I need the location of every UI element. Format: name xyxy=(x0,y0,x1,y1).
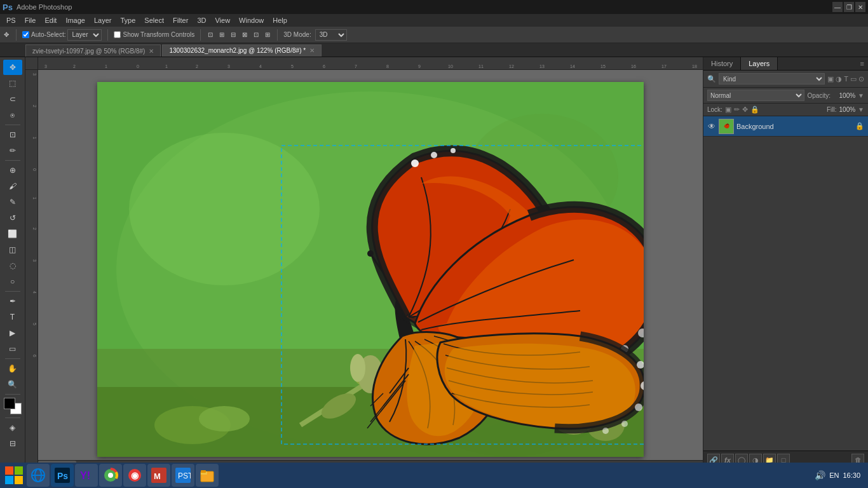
svg-point-22 xyxy=(411,159,419,167)
close-button[interactable]: ✕ xyxy=(855,2,865,12)
menu-item-3d[interactable]: 3D xyxy=(193,16,210,25)
lock-position-icon[interactable]: ✥ xyxy=(742,105,748,114)
canvas-image xyxy=(97,82,644,457)
tab-file1-close[interactable]: ✕ xyxy=(149,48,154,55)
history-brush-btn[interactable]: ↺ xyxy=(3,210,22,226)
brush-tool-btn[interactable]: 🖌 xyxy=(3,179,22,194)
opacity-dropdown-arrow[interactable]: ▼ xyxy=(858,92,864,99)
app7-taskbar-btn[interactable]: PST xyxy=(172,464,194,487)
app5-taskbar-btn[interactable]: ◉ xyxy=(123,464,146,487)
filter-text-icon[interactable]: T xyxy=(844,75,848,83)
ie-taskbar-btn[interactable] xyxy=(27,464,50,487)
move-tool-icon[interactable]: ✥ xyxy=(3,30,10,39)
menu-item-edit[interactable]: Edit xyxy=(41,16,60,25)
pen-tool-btn[interactable]: ✒ xyxy=(3,294,22,309)
lock-all-icon[interactable]: 🔒 xyxy=(750,105,759,114)
menu-item-image[interactable]: Image xyxy=(62,16,89,25)
eraser-tool-btn[interactable]: ⬜ xyxy=(3,226,22,241)
panel-tabs: History Layers ≡ xyxy=(703,57,868,71)
color-swatches[interactable] xyxy=(4,398,22,414)
blend-mode-row: Normal Dissolve Multiply Screen Overlay … xyxy=(703,88,868,104)
filter-kind-dropdown[interactable]: Kind Name Effect Mode Attribute Color xyxy=(719,73,825,85)
fill-dropdown-arrow[interactable]: ▼ xyxy=(858,106,864,113)
foreground-color[interactable] xyxy=(4,398,15,409)
svg-text:◉: ◉ xyxy=(131,470,139,480)
shape-tool-btn[interactable]: ▭ xyxy=(3,341,22,356)
svg-text:M: M xyxy=(154,471,161,481)
blur-tool-btn[interactable]: ◌ xyxy=(3,258,22,273)
tab-file2-close[interactable]: ✕ xyxy=(309,47,315,54)
auto-select-dropdown[interactable]: Layer Group xyxy=(67,29,102,41)
filter-smart-icon[interactable]: ⊙ xyxy=(858,75,864,83)
explorer-taskbar-btn[interactable] xyxy=(196,464,219,487)
menu-item-view[interactable]: View xyxy=(211,16,234,25)
zoom-tool-btn[interactable]: 🔍 xyxy=(3,377,22,392)
blend-mode-dropdown[interactable]: Normal Dissolve Multiply Screen Overlay xyxy=(707,90,804,101)
path-select-btn[interactable]: ▶ xyxy=(3,325,22,341)
type-tool-btn[interactable]: T xyxy=(3,309,22,325)
eyedropper-tool-btn[interactable]: ✏ xyxy=(3,143,22,158)
screen-mode-btn[interactable]: ⊟ xyxy=(3,436,22,451)
right-panel: History Layers ≡ 🔍 Kind Name Effect Mode… xyxy=(703,57,868,469)
crop-tool-btn[interactable]: ⊡ xyxy=(3,127,22,142)
auto-select-checkbox[interactable] xyxy=(22,31,29,38)
filter-shape-icon[interactable]: ▭ xyxy=(850,75,857,83)
menu-item-ps[interactable]: PS xyxy=(3,16,20,25)
menubar: PSFileEditImageLayerTypeSelectFilter3DVi… xyxy=(0,14,868,27)
3d-mode-dropdown[interactable]: 3D xyxy=(315,29,347,41)
menu-item-filter[interactable]: Filter xyxy=(169,16,192,25)
volume-icon[interactable]: 🔊 xyxy=(815,470,825,480)
align-left-icon[interactable]: ⊡ xyxy=(207,30,214,39)
menu-item-file[interactable]: File xyxy=(21,16,40,25)
tab-file1[interactable]: zvie-tsvetyi-10997.jpg @ 50% (RGB/8#) ✕ xyxy=(25,44,161,57)
layers-search-bar: 🔍 Kind Name Effect Mode Attribute Color … xyxy=(703,71,868,88)
canvas-area: 3 2 1 0 1 2 3 4 5 6 7 8 9 10 11 12 13 14… xyxy=(25,57,703,469)
titlebar-title: Ps Adobe Photoshop xyxy=(3,3,72,12)
svg-point-13 xyxy=(199,406,250,431)
align-bottom-icon[interactable]: ⊞ xyxy=(264,30,271,39)
menu-item-help[interactable]: Help xyxy=(269,16,291,25)
clone-tool-btn[interactable]: ✎ xyxy=(3,194,22,210)
lock-row: Lock: ▣ ✏ ✥ 🔒 Fill: 100% ▼ xyxy=(703,104,868,116)
menu-item-window[interactable]: Window xyxy=(235,16,268,25)
dodge-tool-btn[interactable]: ○ xyxy=(3,274,22,289)
gradient-tool-btn[interactable]: ◫ xyxy=(3,242,22,257)
align-center-v-icon[interactable]: ⊡ xyxy=(252,30,260,39)
lasso-tool-btn[interactable]: ⊂ xyxy=(3,92,22,107)
minimize-button[interactable]: — xyxy=(832,2,843,12)
move-tool-btn[interactable]: ✥ xyxy=(3,60,22,75)
hand-tool-btn[interactable]: ✋ xyxy=(3,361,22,376)
tab-file2-label: 1300302632_monarch2.jpg @ 122% (RGB/8#) … xyxy=(169,47,306,54)
align-top-icon[interactable]: ⊠ xyxy=(241,30,248,39)
app6-taskbar-btn[interactable]: M xyxy=(147,464,170,487)
menu-item-layer[interactable]: Layer xyxy=(90,16,116,25)
quick-mask-btn[interactable]: ◈ xyxy=(3,420,22,435)
chrome-taskbar-btn[interactable] xyxy=(99,464,122,487)
layers-tab[interactable]: Layers xyxy=(741,57,778,70)
panel-menu-button[interactable]: ≡ xyxy=(857,57,868,70)
lock-transparent-icon[interactable]: ▣ xyxy=(725,105,731,114)
layer-visibility-icon[interactable]: 👁 xyxy=(707,122,716,131)
filter-adjust-icon[interactable]: ◑ xyxy=(836,75,842,83)
lock-image-icon[interactable]: ✏ xyxy=(734,105,740,114)
yahoo-taskbar-btn[interactable]: Y! xyxy=(75,464,98,487)
svg-point-23 xyxy=(431,152,437,158)
titlebar-controls: — ❐ ✕ xyxy=(832,2,865,12)
photoshop-taskbar-btn[interactable]: Ps xyxy=(51,464,74,487)
history-tab[interactable]: History xyxy=(703,57,741,70)
ruler-left: 3 2 1 0 1 2 3 4 5 6 xyxy=(25,70,38,469)
tab-file2[interactable]: 1300302632_monarch2.jpg @ 122% (RGB/8#) … xyxy=(162,44,322,57)
magic-wand-tool-btn[interactable]: ⍟ xyxy=(3,107,22,123)
menu-item-type[interactable]: Type xyxy=(117,16,140,25)
menu-item-select[interactable]: Select xyxy=(140,16,168,25)
heal-tool-btn[interactable]: ⊕ xyxy=(3,163,22,178)
main-layout: ✥ ⬚ ⊂ ⍟ ⊡ ✏ ⊕ 🖌 ✎ ↺ ⬜ ◫ ◌ ○ ✒ T ▶ ▭ ✋ 🔍 … xyxy=(0,57,868,469)
align-right-icon[interactable]: ⊟ xyxy=(229,30,237,39)
background-layer-item[interactable]: 👁 Background 🔒 xyxy=(703,116,868,137)
transform-checkbox[interactable] xyxy=(114,31,121,38)
marquee-tool-btn[interactable]: ⬚ xyxy=(3,76,22,91)
filter-pixel-icon[interactable]: ▣ xyxy=(827,75,834,83)
align-center-h-icon[interactable]: ⊞ xyxy=(218,30,226,39)
start-button[interactable] xyxy=(3,464,25,487)
maximize-button[interactable]: ❐ xyxy=(844,2,854,12)
